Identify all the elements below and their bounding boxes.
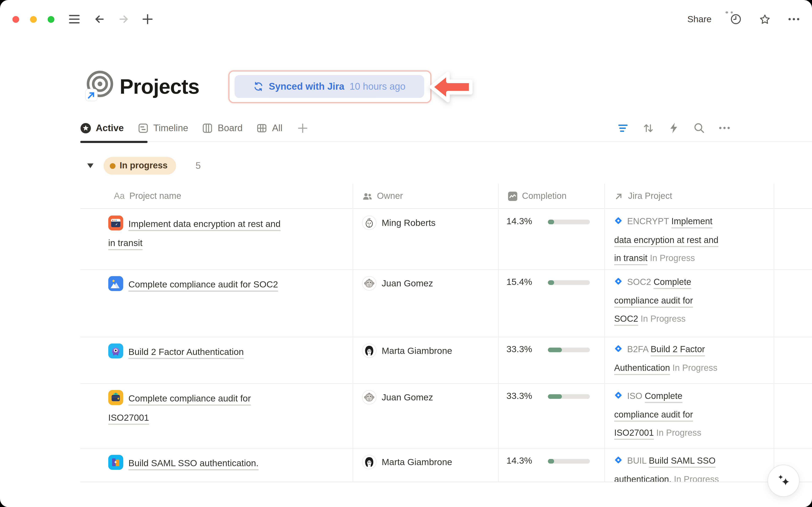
ai-sparkle-button[interactable] [767,465,800,497]
column-header-owner[interactable]: Owner [353,184,499,208]
jira-diamond-icon [614,277,622,285]
progress-bar-fill [548,220,554,224]
star-circle-icon [80,122,91,133]
column-header-jira-project[interactable]: Jira Project [605,184,774,208]
mountains-icon [108,276,123,291]
ming-roberts-avatar [363,216,376,229]
close-button[interactable] [12,16,19,22]
completion-value: 33.3% [506,391,539,401]
jira-project-cell[interactable]: ENCRYPT Implementdata encryption at rest… [605,209,774,269]
table-row: Implement data encryption at rest andin … [80,209,812,270]
owner-name: Juan Gomez [382,277,433,291]
arrow-up-right-icon [614,191,623,201]
window-controls [12,16,54,22]
owner-cell[interactable]: Juan Gomez [353,384,499,448]
more-options-icon[interactable] [788,13,800,25]
jira-project-cell[interactable]: B2FA Build 2 FactorAuthentication In Pro… [605,337,774,383]
jira-project-link[interactable]: ENCRYPT Implementdata encryption at rest… [614,217,718,263]
table-more-icon[interactable] [726,7,741,17]
owner-cell[interactable]: Marta Giambrone [353,449,499,482]
people-icon [363,191,372,201]
empty-cell [774,209,812,269]
add-view-plus-icon[interactable] [298,122,308,133]
jira-sync-button[interactable]: Synced with Jira 10 hours ago [235,75,424,98]
project-name-cell[interactable]: Complete compliance audit for SOC2 [80,270,353,337]
tab-all[interactable]: All [256,122,282,133]
project-name-cell[interactable]: Build SAML SSO authentication. [80,449,353,482]
chart-icon [508,191,517,201]
jira-project-cell[interactable]: BUIL Build SAML SSOauthentication. In Pr… [605,449,774,482]
empty-cell [774,384,812,448]
empty-cell [774,337,812,383]
tab-board[interactable]: Board [202,122,243,133]
zoom-button[interactable] [48,16,54,22]
project-name-cell[interactable]: Implement data encryption at rest andin … [80,209,353,269]
minimize-button[interactable] [30,16,37,22]
marta-giambrone-avatar [363,344,376,357]
table-row: Complete compliance audit for SOC2 Juan … [80,270,812,337]
project-name-cell[interactable]: Complete compliance audit forISO27001 [80,384,353,448]
group-header: In progress 5 [80,155,201,177]
forward-icon[interactable] [118,13,129,25]
jira-diamond-icon [614,391,622,399]
table-body: Implement data encryption at rest andin … [80,209,812,482]
new-tab-plus-icon[interactable] [142,13,153,25]
column-header-completion[interactable]: Completion [499,184,605,208]
favorite-star-icon[interactable] [759,13,770,25]
filter-icon[interactable] [617,122,629,134]
owner-cell[interactable]: Juan Gomez [353,270,499,337]
browser-send-icon [108,216,123,231]
project-name-link[interactable]: Implement data encryption at rest andin … [108,219,280,248]
table-row: Complete compliance audit forISO27001 Ju… [80,384,812,449]
share-button[interactable]: Share [687,14,711,24]
project-name-link[interactable]: Build 2 Factor Authentication [128,346,244,357]
group-status-badge[interactable]: In progress [104,157,176,174]
back-icon[interactable] [94,13,105,25]
completion-cell: 15.4% [499,270,605,337]
sparkles-icon [774,471,793,490]
owner-name: Ming Roberts [382,216,436,230]
jira-project-link[interactable]: BUIL Build SAML SSOauthentication. In Pr… [614,456,719,482]
jira-project-link[interactable]: ISO Completecompliance audit forISO27001… [614,391,701,438]
hamburger-menu-icon[interactable] [68,13,80,25]
board-icon [202,122,213,133]
project-name-link[interactable]: Complete compliance audit for SOC2 [128,279,278,290]
owner-name: Juan Gomez [382,391,433,405]
tab-active[interactable]: Active [80,122,124,133]
jira-project-link[interactable]: SOC2 Completecompliance audit forSOC2 In… [614,277,693,324]
status-dot-icon [110,163,116,169]
project-name-cell[interactable]: Build 2 Factor Authentication [80,337,353,383]
jira-project-cell[interactable]: ISO Completecompliance audit forISO27001… [605,384,774,448]
jira-project-link[interactable]: B2FA Build 2 FactorAuthentication In Pro… [614,345,717,373]
view-more-icon[interactable] [719,122,730,134]
group-collapse-triangle-icon[interactable] [86,163,94,169]
tab-timeline[interactable]: Timeline [138,122,188,133]
project-name-link[interactable]: Build SAML SSO authentication. [128,458,258,468]
project-name-link[interactable]: Complete compliance audit forISO27001 [108,393,251,422]
table-header: Aa Project name Owner Completion Jira Pr… [80,184,812,209]
app-window: Share Projects [0,0,812,507]
owner-cell[interactable]: Ming Roberts [353,209,499,269]
progress-bar [548,220,590,224]
completion-value: 14.3% [506,455,539,466]
completion-cell: 33.3% [499,384,605,448]
sort-icon[interactable] [643,122,654,134]
completion-value: 33.3% [506,344,539,355]
table-row: Build SAML SSO authentication. Marta Gia… [80,449,812,482]
completion-cell: 33.3% [499,337,605,383]
progress-bar-fill [548,459,554,464]
automation-lightning-icon[interactable] [668,122,679,134]
progress-bar [548,280,590,285]
jira-diamond-icon [614,456,622,464]
jira-project-cell[interactable]: SOC2 Completecompliance audit forSOC2 In… [605,270,774,337]
page-icon[interactable] [84,69,114,102]
page-title[interactable]: Projects [120,71,199,102]
active-tab-underline [80,140,147,143]
search-icon[interactable] [693,122,705,134]
column-header-project-name[interactable]: Aa Project name [80,184,353,208]
owner-cell[interactable]: Marta Giambrone [353,337,499,383]
juan-gomez-avatar [363,391,376,404]
progress-bar [548,394,590,399]
view-tabs-bar: Active Timeline Board All [80,114,812,142]
sync-icon [253,81,264,92]
